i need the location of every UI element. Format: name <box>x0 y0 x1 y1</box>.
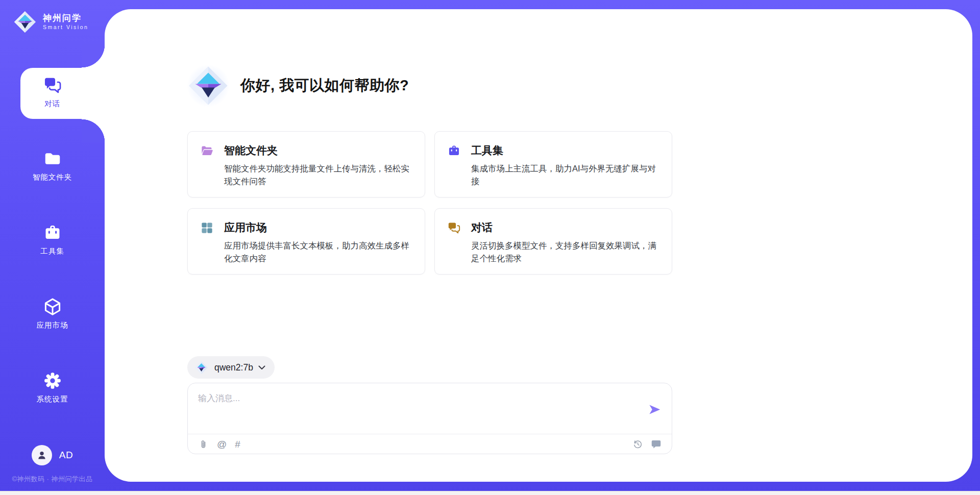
tab-fillet-top <box>82 44 105 68</box>
model-name: qwen2:7b <box>214 362 253 373</box>
chat-bubble-icon[interactable] <box>651 439 662 450</box>
card-chat[interactable]: 对话 灵活切换多模型文件，支持多样回复效果调试，满足个性化需求 <box>434 208 672 275</box>
sidebar-item-label: 应用市场 <box>0 320 105 330</box>
card-description: 灵活切换多模型文件，支持多样回复效果调试，满足个性化需求 <box>471 239 660 265</box>
feature-cards: 智能文件夹 智能文件夹功能支持批量文件上传与清洗，轻松实现文件问答 工具集 集成… <box>187 131 672 275</box>
folder-icon <box>43 149 62 168</box>
sidebar-item-label: 系统设置 <box>0 394 105 404</box>
sidebar-item-label: 工具集 <box>0 246 105 256</box>
brand-logo: 神州问学 Smart Vision <box>13 10 88 34</box>
sidebar-item-smart-folders[interactable]: 智能文件夹 <box>0 149 105 182</box>
copyright-text: ©神州数码 · 神州问学出品 <box>0 475 105 484</box>
chevron-down-icon <box>258 365 265 370</box>
sidebar-item-chat[interactable]: 对话 <box>0 76 105 109</box>
briefcase-icon <box>447 144 461 158</box>
card-description: 集成市场上主流工具，助力AI与外界无缝扩展与对接 <box>471 162 660 188</box>
diamond-gem-logo-icon <box>13 10 37 34</box>
composer-toolbar-right <box>632 439 662 450</box>
briefcase-icon <box>43 223 62 242</box>
horizontal-scrollbar[interactable] <box>0 491 980 495</box>
card-title: 工具集 <box>471 143 503 158</box>
folder-open-icon <box>200 144 214 158</box>
greeting-logo <box>187 65 229 107</box>
main-content: 你好, 我可以如何帮助你? 智能文件夹 智能文件夹功能支持批量文件上传与清洗，轻… <box>187 0 672 495</box>
card-toolset[interactable]: 工具集 集成市场上主流工具，助力AI与外界无缝扩展与对接 <box>434 131 672 197</box>
gear-icon <box>43 371 62 390</box>
sidebar-item-toolset[interactable]: 工具集 <box>0 223 105 256</box>
card-smart-folders[interactable]: 智能文件夹 智能文件夹功能支持批量文件上传与清洗，轻松实现文件问答 <box>187 131 425 197</box>
user-profile[interactable]: AD <box>0 445 105 465</box>
sidebar-item-system-settings[interactable]: 系统设置 <box>0 371 105 404</box>
user-name: AD <box>59 450 73 461</box>
sidebar-item-label: 对话 <box>0 99 105 109</box>
send-icon[interactable] <box>648 403 662 416</box>
sidebar-item-app-market[interactable]: 应用市场 <box>0 297 105 330</box>
history-icon[interactable] <box>632 439 643 450</box>
tab-fillet-bottom <box>82 119 105 142</box>
at-icon[interactable]: @ <box>217 439 227 450</box>
sidebar: 神州问学 Smart Vision 对话 智能文件夹 工具集 <box>0 0 105 495</box>
paperclip-icon[interactable] <box>198 439 209 450</box>
chat-bubbles-icon <box>447 221 461 235</box>
hash-icon[interactable]: # <box>235 439 240 450</box>
diamond-gem-logo-icon <box>194 361 208 375</box>
cube-icon <box>43 297 62 316</box>
greeting-text: 你好, 我可以如何帮助你? <box>240 76 409 96</box>
diamond-gem-logo-icon <box>187 65 229 107</box>
brand-name: 神州问学 <box>43 13 88 23</box>
sidebar-item-label: 智能文件夹 <box>0 172 105 182</box>
message-composer: @ # <box>187 383 672 454</box>
card-title: 智能文件夹 <box>224 143 278 158</box>
app-window: 神州问学 Smart Vision 对话 智能文件夹 工具集 <box>0 0 980 495</box>
card-app-market[interactable]: 应用市场 应用市场提供丰富长文本模板，助力高效生成多样化文章内容 <box>187 208 425 275</box>
grid-icon <box>200 221 214 235</box>
card-description: 智能文件夹功能支持批量文件上传与清洗，轻松实现文件问答 <box>224 162 413 188</box>
chat-bubbles-icon <box>43 76 62 95</box>
brand-subtitle: Smart Vision <box>43 23 88 31</box>
model-selector[interactable]: qwen2:7b <box>187 356 275 379</box>
card-description: 应用市场提供丰富长文本模板，助力高效生成多样化文章内容 <box>224 239 413 265</box>
card-title: 应用市场 <box>224 220 267 235</box>
message-input[interactable] <box>188 383 637 432</box>
greeting-row: 你好, 我可以如何帮助你? <box>187 65 409 107</box>
card-title: 对话 <box>471 220 493 235</box>
person-avatar-icon <box>36 449 48 461</box>
avatar <box>32 445 52 465</box>
composer-toolbar: @ # <box>188 434 672 454</box>
